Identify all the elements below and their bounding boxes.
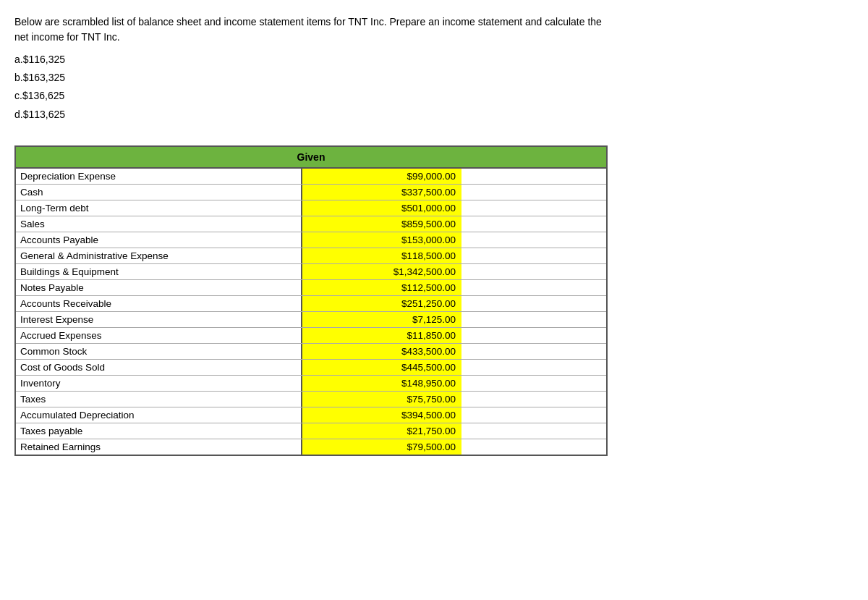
table-header: Given: [16, 147, 606, 169]
row-value: $859,500.00: [302, 216, 461, 232]
row-value: $433,500.00: [302, 344, 461, 359]
row-label: Notes Payable: [16, 280, 302, 295]
table-body: Depreciation Expense$99,000.00Cash$337,5…: [16, 169, 606, 455]
row-label: Long-Term debt: [16, 200, 302, 216]
row-extra: [461, 376, 606, 391]
table-row: General & Administrative Expense$118,500…: [16, 248, 606, 264]
table-row: Accounts Receivable$251,250.00: [16, 296, 606, 312]
row-value: $501,000.00: [302, 200, 461, 216]
row-extra: [461, 200, 606, 216]
row-extra: [461, 185, 606, 200]
row-label: Inventory: [16, 376, 302, 391]
table-row: Inventory$148,950.00: [16, 376, 606, 392]
row-extra: [461, 407, 606, 423]
row-extra: [461, 264, 606, 279]
table-row: Notes Payable$112,500.00: [16, 280, 606, 296]
table-row: Long-Term debt$501,000.00: [16, 200, 606, 216]
table-row: Taxes$75,750.00: [16, 392, 606, 407]
row-extra: [461, 344, 606, 359]
row-extra: [461, 328, 606, 343]
row-value: $148,950.00: [302, 376, 461, 391]
row-label: Buildings & Equipment: [16, 264, 302, 279]
row-extra: [461, 169, 606, 184]
table-row: Accrued Expenses$11,850.00: [16, 328, 606, 344]
row-extra: [461, 216, 606, 232]
row-label: Sales: [16, 216, 302, 232]
row-value: $21,750.00: [302, 423, 461, 439]
row-value: $112,500.00: [302, 280, 461, 295]
row-value: $7,125.00: [302, 312, 461, 327]
given-table: Given Depreciation Expense$99,000.00Cash…: [14, 145, 608, 456]
row-label: Retained Earnings: [16, 439, 302, 455]
row-value: $99,000.00: [302, 169, 461, 184]
row-extra: [461, 312, 606, 327]
row-value: $75,750.00: [302, 392, 461, 407]
row-label: General & Administrative Expense: [16, 248, 302, 263]
option-d: d.$113,625: [14, 106, 854, 124]
row-value: $118,500.00: [302, 248, 461, 263]
table-row: Accounts Payable$153,000.00: [16, 232, 606, 248]
row-label: Interest Expense: [16, 312, 302, 327]
row-extra: [461, 248, 606, 263]
row-label: Cost of Goods Sold: [16, 360, 302, 375]
row-label: Cash: [16, 185, 302, 200]
row-label: Accounts Receivable: [16, 296, 302, 311]
row-extra: [461, 392, 606, 407]
option-b: b.$163,325: [14, 69, 854, 87]
row-label: Common Stock: [16, 344, 302, 359]
table-row: Sales$859,500.00: [16, 216, 606, 232]
table-row: Cash$337,500.00: [16, 185, 606, 200]
table-row: Depreciation Expense$99,000.00: [16, 169, 606, 185]
row-value: $1,342,500.00: [302, 264, 461, 279]
row-label: Accounts Payable: [16, 232, 302, 248]
row-extra: [461, 423, 606, 439]
row-label: Accrued Expenses: [16, 328, 302, 343]
row-extra: [461, 280, 606, 295]
row-value: $445,500.00: [302, 360, 461, 375]
row-value: $394,500.00: [302, 407, 461, 423]
row-extra: [461, 360, 606, 375]
row-extra: [461, 296, 606, 311]
option-a: a.$116,325: [14, 51, 854, 69]
table-row: Interest Expense$7,125.00: [16, 312, 606, 328]
row-label: Depreciation Expense: [16, 169, 302, 184]
table-row: Accumulated Depreciation$394,500.00: [16, 407, 606, 423]
options-list: a.$116,325 b.$163,325 c.$136,625 d.$113,…: [14, 51, 854, 124]
row-value: $251,250.00: [302, 296, 461, 311]
table-row: Cost of Goods Sold$445,500.00: [16, 360, 606, 376]
table-row: Buildings & Equipment$1,342,500.00: [16, 264, 606, 280]
row-value: $11,850.00: [302, 328, 461, 343]
option-c: c.$136,625: [14, 87, 854, 105]
table-row: Taxes payable$21,750.00: [16, 423, 606, 439]
row-value: $79,500.00: [302, 439, 461, 455]
intro-text: Below are scrambled list of balance shee…: [14, 14, 608, 45]
row-label: Taxes: [16, 392, 302, 407]
row-value: $153,000.00: [302, 232, 461, 248]
table-row: Common Stock$433,500.00: [16, 344, 606, 360]
row-value: $337,500.00: [302, 185, 461, 200]
row-extra: [461, 232, 606, 248]
table-row: Retained Earnings$79,500.00: [16, 439, 606, 455]
row-label: Taxes payable: [16, 423, 302, 439]
row-extra: [461, 439, 606, 455]
row-label: Accumulated Depreciation: [16, 407, 302, 423]
